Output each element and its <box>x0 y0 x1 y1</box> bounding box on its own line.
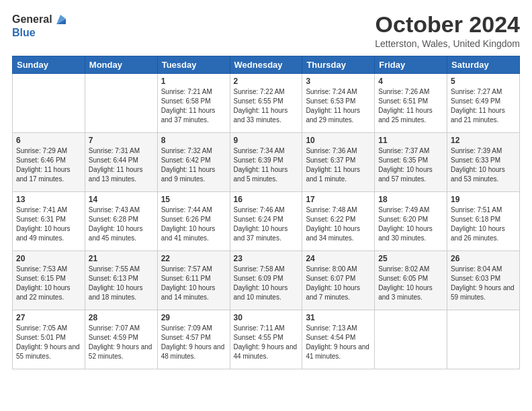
calendar-cell: 31Sunrise: 7:13 AM Sunset: 4:54 PM Dayli… <box>302 310 375 369</box>
day-header-wednesday: Wednesday <box>230 56 302 74</box>
day-number: 1 <box>161 77 226 86</box>
calendar-cell: 15Sunrise: 7:44 AM Sunset: 6:26 PM Dayli… <box>157 192 230 251</box>
cell-content: Sunrise: 7:57 AM Sunset: 6:11 PM Dayligh… <box>161 265 226 302</box>
day-number: 25 <box>378 254 443 263</box>
day-number: 21 <box>89 254 154 263</box>
calendar-cell: 21Sunrise: 7:55 AM Sunset: 6:13 PM Dayli… <box>85 251 157 310</box>
cell-content: Sunrise: 7:48 AM Sunset: 6:22 PM Dayligh… <box>306 205 371 243</box>
day-number: 14 <box>89 195 154 204</box>
day-number: 19 <box>451 195 516 204</box>
calendar-cell: 23Sunrise: 7:58 AM Sunset: 6:09 PM Dayli… <box>230 251 302 310</box>
calendar-cell <box>13 74 85 133</box>
cell-content: Sunrise: 7:46 AM Sunset: 6:24 PM Dayligh… <box>234 205 299 243</box>
cell-content: Sunrise: 7:58 AM Sunset: 6:09 PM Dayligh… <box>234 265 299 302</box>
cell-content: Sunrise: 7:22 AM Sunset: 6:55 PM Dayligh… <box>234 87 299 125</box>
day-number: 5 <box>451 77 516 86</box>
day-number: 24 <box>306 254 371 263</box>
day-header-saturday: Saturday <box>447 56 520 74</box>
week-row-5: 27Sunrise: 7:05 AM Sunset: 5:01 PM Dayli… <box>13 310 520 369</box>
calendar-cell: 10Sunrise: 7:36 AM Sunset: 6:37 PM Dayli… <box>302 133 375 192</box>
title-block: October 2024 Letterston, Wales, United K… <box>375 12 520 49</box>
day-number: 31 <box>306 313 371 322</box>
calendar-cell: 7Sunrise: 7:31 AM Sunset: 6:44 PM Daylig… <box>85 133 157 192</box>
week-row-1: 1Sunrise: 7:21 AM Sunset: 6:58 PM Daylig… <box>13 74 520 133</box>
week-row-4: 20Sunrise: 7:53 AM Sunset: 6:15 PM Dayli… <box>13 251 520 310</box>
cell-content: Sunrise: 7:53 AM Sunset: 6:15 PM Dayligh… <box>16 265 81 302</box>
cell-content: Sunrise: 7:55 AM Sunset: 6:13 PM Dayligh… <box>89 265 154 302</box>
cell-content: Sunrise: 7:07 AM Sunset: 4:59 PM Dayligh… <box>89 324 154 361</box>
calendar-cell: 17Sunrise: 7:48 AM Sunset: 6:22 PM Dayli… <box>302 192 375 251</box>
cell-content: Sunrise: 7:09 AM Sunset: 4:57 PM Dayligh… <box>161 324 226 361</box>
calendar-cell: 18Sunrise: 7:49 AM Sunset: 6:20 PM Dayli… <box>375 192 447 251</box>
calendar-cell: 4Sunrise: 7:26 AM Sunset: 6:51 PM Daylig… <box>375 74 447 133</box>
day-number: 18 <box>378 195 443 204</box>
month-title: October 2024 <box>375 12 520 37</box>
week-row-3: 13Sunrise: 7:41 AM Sunset: 6:31 PM Dayli… <box>13 192 520 251</box>
calendar-cell: 1Sunrise: 7:21 AM Sunset: 6:58 PM Daylig… <box>157 74 230 133</box>
day-number: 4 <box>378 77 443 86</box>
day-number: 29 <box>161 313 226 322</box>
header: General Blue October 2024 Letterston, Wa… <box>12 12 520 49</box>
calendar-cell: 5Sunrise: 7:27 AM Sunset: 6:49 PM Daylig… <box>447 74 520 133</box>
calendar-cell: 8Sunrise: 7:32 AM Sunset: 6:42 PM Daylig… <box>157 133 230 192</box>
calendar-cell: 16Sunrise: 7:46 AM Sunset: 6:24 PM Dayli… <box>230 192 302 251</box>
cell-content: Sunrise: 7:34 AM Sunset: 6:39 PM Dayligh… <box>234 146 299 184</box>
day-number: 9 <box>234 136 299 145</box>
cell-content: Sunrise: 7:37 AM Sunset: 6:35 PM Dayligh… <box>378 146 443 184</box>
header-row: SundayMondayTuesdayWednesdayThursdayFrid… <box>13 56 520 74</box>
cell-content: Sunrise: 7:39 AM Sunset: 6:33 PM Dayligh… <box>451 146 516 184</box>
day-number: 20 <box>16 254 81 263</box>
calendar-cell: 27Sunrise: 7:05 AM Sunset: 5:01 PM Dayli… <box>13 310 85 369</box>
page: General Blue October 2024 Letterston, Wa… <box>0 0 532 381</box>
day-number: 22 <box>161 254 226 263</box>
cell-content: Sunrise: 8:00 AM Sunset: 6:07 PM Dayligh… <box>306 265 371 302</box>
calendar-table: SundayMondayTuesdayWednesdayThursdayFrid… <box>12 56 520 369</box>
day-number: 28 <box>89 313 154 322</box>
day-number: 12 <box>451 136 516 145</box>
calendar-cell: 20Sunrise: 7:53 AM Sunset: 6:15 PM Dayli… <box>13 251 85 310</box>
calendar-cell: 22Sunrise: 7:57 AM Sunset: 6:11 PM Dayli… <box>157 251 230 310</box>
calendar-cell <box>375 310 447 369</box>
cell-content: Sunrise: 7:43 AM Sunset: 6:28 PM Dayligh… <box>89 205 154 243</box>
logo-blue-text: Blue <box>12 27 36 38</box>
location: Letterston, Wales, United Kingdom <box>375 38 520 49</box>
cell-content: Sunrise: 7:11 AM Sunset: 4:55 PM Dayligh… <box>234 324 299 361</box>
day-header-sunday: Sunday <box>13 56 85 74</box>
day-number: 23 <box>234 254 299 263</box>
day-number: 3 <box>306 77 371 86</box>
day-number: 13 <box>16 195 81 204</box>
day-number: 11 <box>378 136 443 145</box>
cell-content: Sunrise: 7:24 AM Sunset: 6:53 PM Dayligh… <box>306 87 371 125</box>
calendar-cell: 3Sunrise: 7:24 AM Sunset: 6:53 PM Daylig… <box>302 74 375 133</box>
day-number: 27 <box>16 313 81 322</box>
cell-content: Sunrise: 7:21 AM Sunset: 6:58 PM Dayligh… <box>161 87 226 125</box>
cell-content: Sunrise: 8:04 AM Sunset: 6:03 PM Dayligh… <box>451 265 516 302</box>
day-number: 6 <box>16 136 81 145</box>
calendar-cell: 13Sunrise: 7:41 AM Sunset: 6:31 PM Dayli… <box>13 192 85 251</box>
cell-content: Sunrise: 7:31 AM Sunset: 6:44 PM Dayligh… <box>89 146 154 184</box>
day-number: 17 <box>306 195 371 204</box>
calendar-cell: 26Sunrise: 8:04 AM Sunset: 6:03 PM Dayli… <box>447 251 520 310</box>
week-row-2: 6Sunrise: 7:29 AM Sunset: 6:46 PM Daylig… <box>13 133 520 192</box>
calendar-cell: 14Sunrise: 7:43 AM Sunset: 6:28 PM Dayli… <box>85 192 157 251</box>
cell-content: Sunrise: 7:13 AM Sunset: 4:54 PM Dayligh… <box>306 324 371 361</box>
day-header-thursday: Thursday <box>302 56 375 74</box>
calendar-cell <box>85 74 157 133</box>
logo-icon <box>54 12 69 27</box>
cell-content: Sunrise: 7:32 AM Sunset: 6:42 PM Dayligh… <box>161 146 226 184</box>
day-number: 2 <box>234 77 299 86</box>
cell-content: Sunrise: 7:49 AM Sunset: 6:20 PM Dayligh… <box>378 205 443 243</box>
logo: General Blue <box>12 12 69 39</box>
calendar-cell: 6Sunrise: 7:29 AM Sunset: 6:46 PM Daylig… <box>13 133 85 192</box>
cell-content: Sunrise: 7:29 AM Sunset: 6:46 PM Dayligh… <box>16 146 81 184</box>
calendar-cell: 12Sunrise: 7:39 AM Sunset: 6:33 PM Dayli… <box>447 133 520 192</box>
cell-content: Sunrise: 7:51 AM Sunset: 6:18 PM Dayligh… <box>451 205 516 243</box>
calendar-cell: 11Sunrise: 7:37 AM Sunset: 6:35 PM Dayli… <box>375 133 447 192</box>
day-number: 15 <box>161 195 226 204</box>
day-number: 16 <box>234 195 299 204</box>
cell-content: Sunrise: 7:41 AM Sunset: 6:31 PM Dayligh… <box>16 205 81 243</box>
day-number: 7 <box>89 136 154 145</box>
calendar-cell: 29Sunrise: 7:09 AM Sunset: 4:57 PM Dayli… <box>157 310 230 369</box>
calendar-cell: 2Sunrise: 7:22 AM Sunset: 6:55 PM Daylig… <box>230 74 302 133</box>
day-header-friday: Friday <box>375 56 447 74</box>
